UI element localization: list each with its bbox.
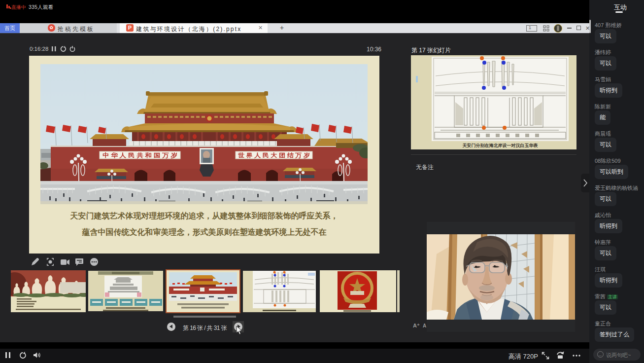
svg-text:天安门分别在海北岸设一对汉白玉华表: 天安门分别在海北岸设一对汉白玉华表 <box>462 143 538 148</box>
svg-text:世 界 人 民 大 团 结 万 岁: 世 界 人 民 大 团 结 万 岁 <box>238 152 310 159</box>
svg-text:中 华 人 民 共 和 国 万 岁: 中 华 人 民 共 和 国 万 岁 <box>102 152 177 159</box>
